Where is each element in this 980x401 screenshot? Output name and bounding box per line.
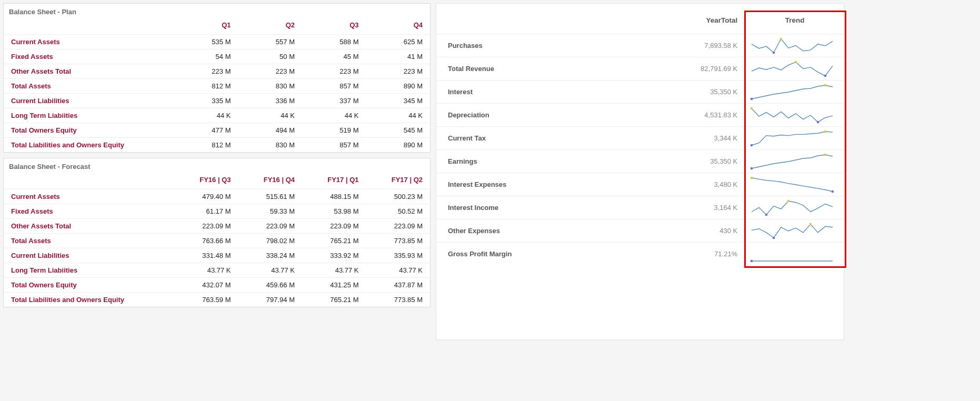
table-row[interactable]: Current Assets479.40 M515.61 M488.15 M50… bbox=[4, 189, 430, 204]
kpi-label: Gross Profit Margin bbox=[436, 243, 640, 266]
table-row[interactable]: Total Liabilities and Owners Equity812 M… bbox=[4, 138, 430, 153]
column-header[interactable]: Q3 bbox=[302, 19, 366, 35]
cell-value: 338.24 M bbox=[238, 248, 303, 263]
table-row[interactable]: Total Owners Equity432.07 M459.66 M431.2… bbox=[4, 278, 430, 293]
kpi-row[interactable]: Interest35,350 K bbox=[436, 81, 844, 104]
kpi-label: Interest Expenses bbox=[436, 173, 640, 196]
cell-value: 333.92 M bbox=[302, 248, 366, 263]
svg-rect-4 bbox=[824, 84, 826, 86]
cell-value: 223 M bbox=[302, 64, 366, 79]
table-row[interactable]: Long Term Liabiities43.77 K43.77 K43.77 … bbox=[4, 263, 430, 278]
table-row[interactable]: Current Assets535 M557 M588 M625 M bbox=[4, 35, 430, 49]
cell-value: 335.93 M bbox=[366, 248, 431, 263]
table-row[interactable]: Current Liabilities331.48 M338.24 M333.9… bbox=[4, 248, 430, 263]
svg-rect-9 bbox=[751, 144, 753, 146]
svg-rect-6 bbox=[751, 107, 753, 109]
cell-value: 43.77 K bbox=[238, 263, 303, 278]
cell-value: 59.33 M bbox=[238, 204, 303, 219]
column-header[interactable]: FY17 | Q2 bbox=[366, 174, 431, 189]
table-row[interactable]: Current Liabilities335 M336 M337 M345 M bbox=[4, 94, 430, 108]
column-header[interactable]: Q1 bbox=[174, 19, 238, 35]
cell-value: 61.17 M bbox=[174, 204, 238, 219]
cell-value: 857 M bbox=[302, 138, 366, 153]
column-header[interactable]: Q2 bbox=[238, 19, 303, 35]
kpi-row[interactable]: Total Revenue82,791.69 K bbox=[436, 57, 844, 81]
cell-value: 44 K bbox=[238, 108, 303, 123]
cell-value: 41 M bbox=[366, 49, 431, 64]
table-row[interactable]: Total Liabilities and Owners Equity763.5… bbox=[4, 293, 430, 307]
kpi-value: 35,350 K bbox=[640, 150, 746, 173]
header-empty bbox=[4, 174, 174, 189]
sparkline-chart bbox=[750, 61, 834, 77]
cell-value: 223 M bbox=[174, 64, 238, 79]
cell-value: 545 M bbox=[366, 123, 431, 138]
table-row[interactable]: Fixed Assets61.17 M59.33 M53.98 M50.52 M bbox=[4, 204, 430, 219]
kpi-table: YearTotal Trend Purchases7,893.58 K Tota… bbox=[436, 11, 844, 265]
svg-rect-12 bbox=[751, 177, 753, 179]
kpi-row[interactable]: Purchases7,893.58 K bbox=[436, 34, 844, 57]
cell-value: 765.21 M bbox=[302, 234, 366, 248]
kpi-value: 71.21% bbox=[640, 243, 746, 266]
svg-rect-19 bbox=[751, 260, 753, 262]
sparkline-chart bbox=[750, 199, 834, 216]
column-header[interactable]: FY16 | Q4 bbox=[238, 174, 303, 189]
row-label: Other Assets Total bbox=[4, 64, 174, 79]
kpi-value: 3,480 K bbox=[640, 173, 746, 196]
column-header[interactable]: FY16 | Q3 bbox=[174, 174, 238, 189]
cell-value: 337 M bbox=[302, 94, 366, 108]
cell-value: 773.85 M bbox=[366, 234, 431, 248]
kpi-row[interactable]: Current Tax3,344 K bbox=[436, 127, 844, 150]
row-label: Total Liabilities and Owners Equity bbox=[4, 293, 174, 307]
kpi-value: 82,791.69 K bbox=[640, 57, 746, 81]
balance-sheet-forecast-card: Balance Sheet - ForecastFY16 | Q3FY16 | … bbox=[3, 158, 431, 307]
kpi-header-trend[interactable]: Trend bbox=[746, 11, 844, 34]
cell-value: 431.25 M bbox=[302, 278, 366, 293]
cell-value: 773.85 M bbox=[366, 293, 431, 307]
cell-value: 54 M bbox=[174, 49, 238, 64]
cell-value: 812 M bbox=[174, 79, 238, 94]
kpi-label: Current Tax bbox=[436, 127, 640, 150]
kpi-row[interactable]: Earnings35,350 K bbox=[436, 150, 844, 173]
cell-value: 345 M bbox=[366, 94, 431, 108]
sparkline-cell bbox=[746, 127, 844, 150]
cell-value: 763.66 M bbox=[174, 234, 238, 248]
kpi-card: YearTotal Trend Purchases7,893.58 K Tota… bbox=[436, 3, 844, 340]
cell-value: 625 M bbox=[366, 35, 431, 49]
table-row[interactable]: Fixed Assets54 M50 M45 M41 M bbox=[4, 49, 430, 64]
table-row[interactable]: Other Assets Total223 M223 M223 M223 M bbox=[4, 64, 430, 79]
cell-value: 223.09 M bbox=[366, 219, 431, 234]
kpi-row[interactable]: Interest Expenses3,480 K bbox=[436, 173, 844, 196]
kpi-row[interactable]: Interest Income3,164 K bbox=[436, 196, 844, 219]
cell-value: 50 M bbox=[238, 49, 303, 64]
cell-value: 335 M bbox=[174, 94, 238, 108]
kpi-row[interactable]: Gross Profit Margin71.21% bbox=[436, 243, 844, 266]
right-column: YearTotal Trend Purchases7,893.58 K Tota… bbox=[436, 3, 844, 340]
kpi-value: 430 K bbox=[640, 219, 746, 243]
row-label: Fixed Assets bbox=[4, 204, 174, 219]
kpi-row[interactable]: Other Expenses430 K bbox=[436, 219, 844, 243]
cell-value: 44 K bbox=[302, 108, 366, 123]
table-row[interactable]: Total Assets812 M830 M857 M890 M bbox=[4, 79, 430, 94]
kpi-header-total[interactable]: YearTotal bbox=[640, 11, 746, 34]
table-row[interactable]: Other Assets Total223.09 M223.09 M223.09… bbox=[4, 219, 430, 234]
table-row[interactable]: Long Term Liabiities44 K44 K44 K44 K bbox=[4, 108, 430, 123]
column-header[interactable]: Q4 bbox=[366, 19, 431, 35]
svg-rect-0 bbox=[780, 38, 782, 40]
row-label: Current Assets bbox=[4, 189, 174, 204]
kpi-header-empty bbox=[436, 11, 640, 34]
column-header[interactable]: FY17 | Q1 bbox=[302, 174, 366, 189]
cell-value: 479.40 M bbox=[174, 189, 238, 204]
cell-value: 890 M bbox=[366, 79, 431, 94]
svg-rect-10 bbox=[824, 154, 826, 156]
cell-value: 830 M bbox=[238, 138, 303, 153]
kpi-label: Purchases bbox=[436, 34, 640, 57]
sparkline-cell bbox=[746, 219, 844, 243]
cell-value: 812 M bbox=[174, 138, 238, 153]
table-row[interactable]: Total Assets763.66 M798.02 M765.21 M773.… bbox=[4, 234, 430, 248]
kpi-value: 35,350 K bbox=[640, 81, 746, 104]
kpi-row[interactable]: Depreciation4,531.83 K bbox=[436, 104, 844, 127]
sparkline-cell bbox=[746, 81, 844, 104]
table-row[interactable]: Total Owners Equity477 M494 M519 M545 M bbox=[4, 123, 430, 138]
cell-value: 223.09 M bbox=[302, 219, 366, 234]
cell-value: 500.23 M bbox=[366, 189, 431, 204]
